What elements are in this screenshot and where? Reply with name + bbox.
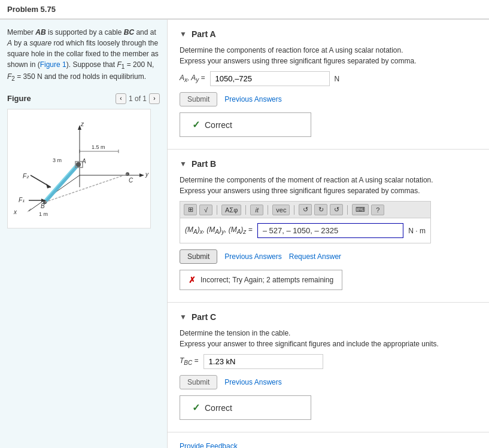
feedback-section: Provide Feedback xyxy=(168,432,489,448)
page-container: Problem 5.75 Member AB is supported by a… xyxy=(0,0,489,448)
part-c-prev-answers-link[interactable]: Previous Answers xyxy=(224,378,281,386)
part-b-units: N · m xyxy=(408,227,426,235)
figure-image: z y x xyxy=(7,109,151,228)
part-b-x-icon: ✗ xyxy=(189,275,196,285)
figure-prev-btn[interactable]: ‹ xyxy=(116,93,126,104)
part-c-header[interactable]: ▼ Part C xyxy=(180,312,477,322)
part-b-toolbar: ⊞ √ ΑΣφ it vec ↺ ↻ ↺ ⌨ ? xyxy=(180,201,431,218)
part-a-prev-answers-link[interactable]: Previous Answers xyxy=(224,95,281,103)
part-b-section: ▼ Part B Determine the components of the… xyxy=(168,150,489,303)
toolbar-it-btn[interactable]: it xyxy=(250,205,263,215)
toolbar-sqrt-btn[interactable]: √ xyxy=(199,205,212,215)
part-c-correct-text: Correct xyxy=(205,403,232,413)
part-a-correct-text: Correct xyxy=(205,120,232,130)
part-a-section: ▼ Part A Determine the components of rea… xyxy=(168,20,489,150)
part-c-input-row: TBC = xyxy=(180,354,477,369)
toolbar-sep5 xyxy=(347,205,348,215)
right-panel: ▼ Part A Determine the components of rea… xyxy=(168,20,489,448)
svg-text:F₂: F₂ xyxy=(23,173,29,179)
problem-description: Member AB is supported by a cable BC and… xyxy=(7,27,160,84)
part-c-input[interactable] xyxy=(204,354,323,369)
part-c-check-icon: ✓ xyxy=(192,402,200,413)
toolbar-redo-btn[interactable]: ↻ xyxy=(314,204,327,215)
svg-text:F₁: F₁ xyxy=(19,197,25,203)
toolbar-undo-btn[interactable]: ↺ xyxy=(299,204,312,215)
part-a-collapse-icon: ▼ xyxy=(180,30,187,38)
part-a-input[interactable] xyxy=(210,71,330,86)
part-c-submit-btn[interactable]: Submit xyxy=(180,375,217,389)
part-a-action-row: Submit Previous Answers xyxy=(180,92,477,106)
main-layout: Member AB is supported by a cable BC and… xyxy=(0,19,489,448)
part-b-instruction: Determine the components of the moment o… xyxy=(180,176,477,184)
part-b-request-answer-link[interactable]: Request Answer xyxy=(289,252,341,261)
problem-title: Problem 5.75 xyxy=(0,0,489,19)
part-c-title: Part C xyxy=(192,312,216,322)
part-a-instruction: Determine the components of reaction for… xyxy=(180,46,477,54)
toolbar-refresh-btn[interactable]: ↺ xyxy=(330,204,343,215)
part-a-input-row: Ax, Ay = N xyxy=(180,71,477,86)
left-panel: Member AB is supported by a cable BC and… xyxy=(0,20,168,448)
svg-text:1.5 m: 1.5 m xyxy=(92,144,105,150)
part-c-correct-box: ✓ Correct xyxy=(180,395,311,420)
figure-next-btn[interactable]: › xyxy=(149,93,160,104)
part-b-prev-answers-link[interactable]: Previous Answers xyxy=(224,252,281,261)
svg-text:1 m: 1 m xyxy=(39,211,48,217)
figure-link[interactable]: Figure 1 xyxy=(40,60,66,69)
part-b-action-row: Submit Previous Answers Request Answer xyxy=(180,249,477,264)
part-a-submit-btn[interactable]: Submit xyxy=(180,92,217,106)
part-b-incorrect-text: Incorrect; Try Again; 2 attempts remaini… xyxy=(201,276,333,284)
part-a-correct-box: ✓ Correct xyxy=(180,112,311,137)
part-b-title: Part B xyxy=(192,159,216,169)
figure-svg: z y x xyxy=(8,109,151,228)
svg-text:3 m: 3 m xyxy=(53,157,62,163)
toolbar-matrix-btn[interactable]: ⊞ xyxy=(184,204,197,215)
provide-feedback-link[interactable]: Provide Feedback xyxy=(180,442,238,448)
svg-text:y: y xyxy=(145,171,149,178)
part-b-collapse-icon: ▼ xyxy=(180,160,187,168)
part-a-check-icon: ✓ xyxy=(192,119,200,130)
toolbar-help-btn[interactable]: ? xyxy=(371,205,384,215)
part-b-equation-label: (MA)x, (MA)y, (MA)z = xyxy=(185,225,253,235)
part-b-equation-row: (MA)x, (MA)y, (MA)z = N · m xyxy=(185,223,426,238)
part-b-equation-area: (MA)x, (MA)y, (MA)z = N · m xyxy=(180,218,431,243)
svg-text:C: C xyxy=(129,177,133,184)
toolbar-vec-btn[interactable]: vec xyxy=(272,205,290,215)
part-b-incorrect-box: ✗ Incorrect; Try Again; 2 attempts remai… xyxy=(180,270,342,290)
toolbar-kbd-btn[interactable]: ⌨ xyxy=(352,204,369,215)
part-a-header[interactable]: ▼ Part A xyxy=(180,29,477,39)
figure-page: 1 of 1 xyxy=(129,95,147,103)
svg-text:x: x xyxy=(13,209,17,215)
part-c-action-row: Submit Previous Answers xyxy=(180,375,477,389)
part-b-input[interactable] xyxy=(257,223,404,238)
svg-text:z: z xyxy=(80,121,84,127)
part-a-instruction2: Express your answers using three signifi… xyxy=(180,57,477,65)
svg-text:B: B xyxy=(41,203,45,209)
part-c-input-label: TBC = xyxy=(180,356,199,366)
part-b-submit-btn[interactable]: Submit xyxy=(180,249,217,264)
toolbar-sep2 xyxy=(245,205,246,215)
toolbar-alpha-btn[interactable]: ΑΣφ xyxy=(221,205,241,215)
part-a-input-label: Ax, Ay = xyxy=(180,74,205,83)
part-a-title: Part A xyxy=(192,29,216,39)
figure-section: Figure ‹ 1 of 1 › z y x xyxy=(7,93,160,228)
part-c-instruction: Determine the tension in the cable. xyxy=(180,329,477,337)
part-a-units: N xyxy=(335,75,340,83)
toolbar-sep1 xyxy=(217,205,217,215)
toolbar-sep3 xyxy=(268,205,268,215)
part-b-instruction2: Express your answers using three signifi… xyxy=(180,187,477,195)
toolbar-sep4 xyxy=(294,205,294,215)
figure-nav: ‹ 1 of 1 › xyxy=(116,93,160,104)
figure-header: Figure ‹ 1 of 1 › xyxy=(7,93,160,104)
part-b-header[interactable]: ▼ Part B xyxy=(180,159,477,169)
part-c-section: ▼ Part C Determine the tension in the ca… xyxy=(168,303,489,432)
part-c-instruction2: Express your answer to three significant… xyxy=(180,340,477,348)
figure-label: Figure xyxy=(7,94,31,103)
svg-point-12 xyxy=(76,162,81,167)
part-c-collapse-icon: ▼ xyxy=(180,313,187,321)
